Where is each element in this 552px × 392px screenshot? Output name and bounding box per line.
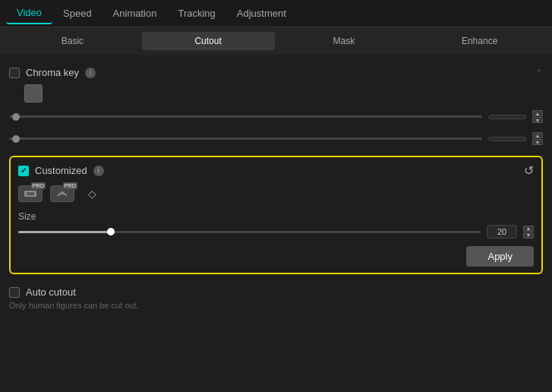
tool-icon-group-1: PRO bbox=[18, 185, 43, 202]
svg-point-2 bbox=[61, 191, 64, 194]
chroma-info-icon[interactable]: i bbox=[85, 68, 96, 78]
slider-2-track[interactable] bbox=[9, 138, 482, 140]
size-down[interactable]: ▼ bbox=[523, 232, 534, 239]
reset-button[interactable]: ↺ bbox=[524, 163, 534, 178]
auto-cutout-row: Auto cutout bbox=[9, 286, 543, 298]
auto-cutout-section: Auto cutout Only human figures can be cu… bbox=[9, 280, 543, 311]
subtab-mask[interactable]: Mask bbox=[278, 32, 411, 50]
size-slider-row: 20 ▲ ▼ bbox=[18, 225, 534, 239]
size-value-input[interactable]: 20 bbox=[487, 225, 517, 239]
customized-checkbox[interactable] bbox=[18, 166, 29, 176]
subtab-basic[interactable]: Basic bbox=[6, 32, 139, 50]
slider-1-track[interactable] bbox=[9, 115, 482, 118]
pro-badge-2: PRO bbox=[63, 182, 77, 189]
tool-icons-row: PRO PRO ◇ bbox=[18, 185, 534, 202]
slider-2-down[interactable]: ▼ bbox=[532, 139, 543, 145]
tool-icon-diamond[interactable]: ◇ bbox=[82, 185, 102, 202]
scroll-indicator: ⌃ bbox=[535, 68, 543, 78]
customized-info-icon[interactable]: i bbox=[93, 166, 104, 176]
top-nav: Video Speed Animation Tracking Adjustmen… bbox=[0, 0, 552, 27]
size-slider-track[interactable] bbox=[18, 231, 481, 233]
slider-row-1: ▲ ▼ bbox=[9, 106, 543, 128]
customized-label: Customized bbox=[35, 165, 87, 176]
slider-row-2: ▲ ▼ bbox=[9, 128, 543, 150]
slider-1-down[interactable]: ▼ bbox=[532, 117, 543, 123]
slider-2-value[interactable] bbox=[488, 137, 526, 141]
pro-badge-1: PRO bbox=[31, 182, 46, 189]
nav-tab-video[interactable]: Video bbox=[6, 2, 52, 24]
nav-tab-animation[interactable]: Animation bbox=[103, 3, 168, 24]
color-swatch[interactable] bbox=[24, 84, 43, 103]
subtab-cutout[interactable]: Cutout bbox=[142, 32, 275, 50]
svg-rect-1 bbox=[27, 192, 34, 195]
chroma-key-label: Chroma key bbox=[26, 67, 79, 78]
auto-cutout-checkbox[interactable] bbox=[9, 287, 20, 298]
customized-header: Customized i ↺ bbox=[18, 163, 534, 178]
customized-section: Customized i ↺ PRO bbox=[9, 156, 543, 274]
size-arrows: ▲ ▼ bbox=[523, 226, 534, 239]
sub-tabs: Basic Cutout Mask Enhance bbox=[0, 27, 552, 55]
nav-tab-tracking[interactable]: Tracking bbox=[167, 3, 226, 24]
slider-2-arrows: ▲ ▼ bbox=[532, 132, 543, 145]
size-label: Size bbox=[18, 211, 534, 222]
slider-1-value[interactable] bbox=[488, 115, 526, 119]
slider-1-arrows: ▲ ▼ bbox=[532, 110, 543, 123]
apply-button[interactable]: Apply bbox=[466, 246, 534, 267]
nav-tab-speed[interactable]: Speed bbox=[52, 3, 103, 24]
chroma-key-checkbox[interactable] bbox=[9, 68, 20, 78]
chroma-key-row: Chroma key i ⌃ bbox=[9, 61, 543, 81]
slider-1-up[interactable]: ▲ bbox=[532, 110, 543, 116]
tool-icon-group-2: PRO bbox=[50, 185, 74, 202]
apply-row: Apply bbox=[18, 246, 534, 267]
slider-2-up[interactable]: ▲ bbox=[532, 132, 543, 138]
main-content: Chroma key i ⌃ ▲ ▼ ▲ ▼ Customized i bbox=[0, 55, 552, 318]
auto-cutout-label: Auto cutout bbox=[26, 286, 76, 298]
auto-cutout-hint: Only human figures can be cut out. bbox=[9, 301, 543, 310]
nav-tab-adjustment[interactable]: Adjustment bbox=[226, 3, 297, 24]
subtab-enhance[interactable]: Enhance bbox=[413, 32, 546, 50]
size-up[interactable]: ▲ bbox=[523, 226, 534, 232]
